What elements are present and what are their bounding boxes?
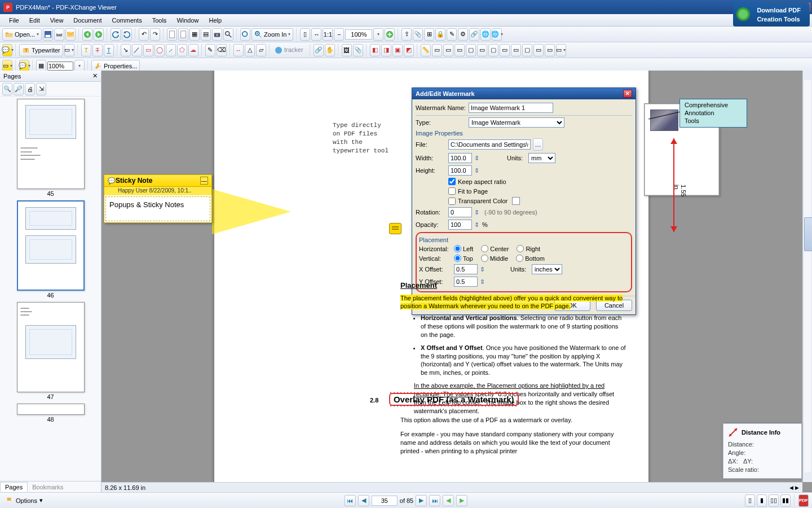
pdf-badge[interactable]: PDF — [798, 494, 809, 507]
transparent-checkbox[interactable] — [448, 198, 456, 205]
zoom-dd[interactable]: ▾ — [373, 28, 383, 41]
perimeter-tool-button[interactable]: △ — [245, 44, 255, 56]
h-center-radio[interactable] — [481, 245, 488, 252]
cloud-tool-button[interactable]: ☁ — [188, 44, 198, 56]
redo-button[interactable]: ↷ — [150, 28, 160, 41]
options-button[interactable]: Options▾ — [0, 497, 48, 505]
form-tool-10[interactable]: ▭ — [533, 44, 544, 56]
sticky-note-icon[interactable] — [389, 223, 401, 234]
opacity-field[interactable] — [47, 62, 73, 71]
zoom-out-small-button[interactable]: − — [334, 28, 344, 41]
form-tool-7[interactable]: ▭ — [500, 44, 510, 56]
nav-fwd-button[interactable] — [94, 28, 104, 41]
rect-tool-button[interactable]: ▭ — [143, 44, 153, 56]
red-tool-3[interactable]: ▣ — [392, 44, 403, 56]
search-button[interactable] — [223, 28, 233, 41]
strikeout-button[interactable]: T — [92, 44, 103, 56]
polygon-tool-button[interactable]: ⬠ — [177, 44, 187, 56]
thumb-zoom-out[interactable]: 🔍 — [2, 83, 12, 95]
document-viewer[interactable]: 💬 Sticky Note ― Happy User 8/22/2009, 10… — [102, 71, 812, 492]
actual-size-button[interactable]: 1:1 — [323, 28, 333, 41]
arrow-tool-button[interactable]: ↘ — [121, 44, 131, 56]
layout-cont[interactable]: ▮ — [757, 494, 767, 507]
web-button[interactable]: 🌐 — [480, 28, 491, 41]
red-tool-2[interactable]: ◨ — [381, 44, 391, 56]
area-tool-button[interactable]: ▱ — [256, 44, 266, 56]
nav-back-button[interactable] — [82, 28, 92, 41]
zoom-plus-button[interactable] — [385, 28, 395, 41]
zoom-field[interactable] — [345, 29, 372, 40]
pages-two-button[interactable]: ▤ — [201, 28, 211, 41]
pages-button[interactable]: ▦ — [189, 28, 200, 41]
first-page-button[interactable]: ⏮ — [345, 495, 356, 506]
page-number-field[interactable] — [372, 496, 398, 506]
link-button[interactable]: 🔗 — [469, 28, 479, 41]
form-tool-1[interactable]: ▭ — [432, 44, 442, 56]
side-tab-pages[interactable]: Pages — [0, 482, 28, 492]
menu-tools[interactable]: Tools — [148, 16, 171, 25]
xoffset-field[interactable] — [454, 264, 478, 274]
sticky-note-popup[interactable]: 💬 Sticky Note ― Happy User 8/22/2009, 10… — [104, 174, 212, 223]
vertical-scrollbar[interactable] — [802, 71, 812, 482]
units-select[interactable]: mm — [528, 153, 555, 163]
next-page-button[interactable]: ▶ — [416, 495, 427, 506]
menu-view[interactable]: View — [46, 16, 68, 25]
form-tool-11[interactable]: ▭ — [545, 44, 555, 56]
image-tool-button[interactable]: 🖼 — [342, 44, 352, 56]
form-tool-6[interactable]: ▢ — [488, 44, 498, 56]
transp-color-swatch[interactable] — [512, 197, 520, 205]
sign-button[interactable]: ✎ — [447, 28, 457, 41]
new-doc-button[interactable] — [167, 28, 177, 41]
undo-button[interactable]: ↶ — [139, 28, 149, 41]
form-tool-5[interactable]: ▭ — [477, 44, 487, 56]
distance-tool-button[interactable]: ↔ — [233, 44, 244, 56]
rotate-cw-button[interactable] — [122, 28, 132, 41]
thumb-zoom-in[interactable]: 🔎 — [14, 83, 24, 95]
form-tool-2[interactable]: ▭ — [443, 44, 453, 56]
sticky-body[interactable]: Popups & Sticky Notes — [105, 196, 210, 221]
security-button[interactable]: 🔒 — [435, 28, 445, 41]
opacity-field[interactable] — [448, 220, 472, 230]
rotation-field[interactable] — [448, 207, 472, 217]
nav-back-small[interactable]: ◀ — [443, 495, 454, 506]
save-button[interactable] — [43, 28, 53, 41]
file-attach-button[interactable]: 📎 — [353, 44, 363, 56]
thumb-export[interactable]: ⇲ — [36, 83, 46, 95]
open-button[interactable]: Open...▾ — [2, 28, 42, 41]
pages-panel-close[interactable]: ✕ — [92, 72, 98, 80]
last-page-button[interactable]: ⏭ — [429, 495, 440, 506]
polyline-tool-button[interactable]: ⟋ — [166, 44, 176, 56]
thumb-46[interactable]: 46 — [17, 200, 85, 299]
snapshot-button[interactable] — [212, 28, 222, 41]
form-tool-4[interactable]: ▢ — [466, 44, 476, 56]
thumb-print[interactable]: 🖨 — [25, 83, 35, 95]
pencil-tool-button[interactable]: ✎ — [205, 44, 215, 56]
menu-comments[interactable]: Comments — [108, 16, 147, 25]
nav-fwd-small[interactable]: ▶ — [456, 495, 467, 506]
zoom-in-button[interactable]: Zoom In▾ — [251, 28, 293, 41]
file-field[interactable] — [448, 139, 531, 150]
form-tool-8[interactable]: ▭ — [511, 44, 521, 56]
side-tab-bookmarks[interactable]: Bookmarks — [28, 483, 68, 492]
form-tool-dd[interactable]: ▭▾ — [556, 44, 566, 56]
measure-ruler-button[interactable]: 📏 — [421, 44, 431, 56]
prev-page-button[interactable]: ◀ — [358, 495, 369, 506]
fit-page-checkbox[interactable] — [448, 187, 456, 195]
red-tool-1[interactable]: ◧ — [370, 44, 380, 56]
email-button[interactable] — [65, 28, 76, 41]
sticky-minimize[interactable]: ― — [200, 177, 208, 185]
h-right-radio[interactable] — [517, 245, 524, 252]
menu-help[interactable]: Help — [205, 16, 227, 25]
watermark-type-select[interactable]: Image Watermark — [469, 117, 564, 128]
highlight-button[interactable]: T — [81, 44, 91, 56]
menu-window[interactable]: Window — [172, 16, 203, 25]
eraser-tool-button[interactable]: ⌫ — [217, 44, 227, 56]
red-tool-4[interactable]: ◩ — [404, 44, 414, 56]
hand-tool-button[interactable]: ✋ — [325, 44, 335, 56]
form-tool-9[interactable]: ▢ — [522, 44, 532, 56]
fit-page-button[interactable]: ▯ — [300, 28, 310, 41]
print-button[interactable] — [54, 28, 64, 41]
new-doc-button-2[interactable] — [178, 28, 188, 41]
watermark-name-field[interactable] — [469, 103, 553, 113]
width-field[interactable] — [448, 153, 472, 163]
